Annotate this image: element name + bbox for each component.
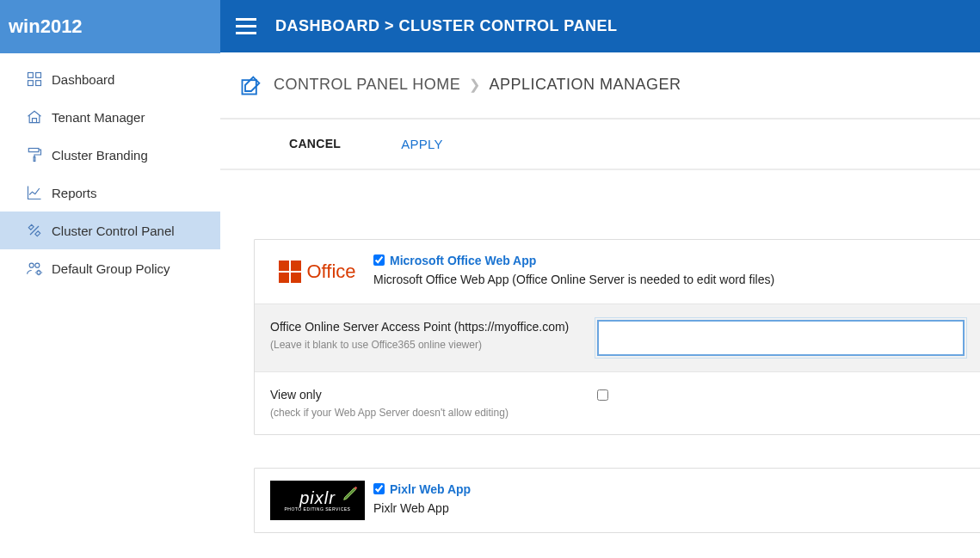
svg-rect-3 <box>36 81 41 86</box>
office-access-sublabel: (Leave it blank to use Office365 online … <box>270 339 597 351</box>
chart-line-icon <box>26 184 43 201</box>
tools-icon <box>26 222 43 239</box>
app-card-pixlr: pixlr PHOTO EDITING SERVICES Pixlr Web A… <box>254 468 980 533</box>
office-description: Microsoft Office Web App (Office Online … <box>373 273 965 286</box>
main-area: DASHBOARD > CLUSTER CONTROL PANEL CONTRO… <box>220 0 980 558</box>
sidebar-item-tenant-manager[interactable]: Tenant Manager <box>0 98 220 136</box>
app-card-office: Office Microsoft Office Web App Microsof… <box>254 239 980 435</box>
office-logo-text: Office <box>306 261 355 283</box>
pixlr-tagline: PHOTO EDITING SERVICES <box>285 506 351 512</box>
action-bar: CANCEL APPLY <box>220 120 980 170</box>
sidebar: win2012 Dashboard Tenant Manager Cluster… <box>0 0 220 558</box>
sidebar-item-label: Tenant Manager <box>52 110 145 125</box>
svg-point-7 <box>35 263 40 267</box>
breadcrumb-home-link[interactable]: CONTROL PANEL HOME <box>274 76 460 94</box>
house-icon <box>26 108 43 126</box>
sidebar-item-label: Cluster Control Panel <box>52 224 175 238</box>
svg-rect-0 <box>28 73 34 78</box>
paint-roller-icon <box>26 146 43 163</box>
chevron-right-icon: ❯ <box>469 77 480 93</box>
pencil-square-icon <box>239 73 263 97</box>
sidebar-item-default-group-policy[interactable]: Default Group Policy <box>0 249 220 287</box>
content-region: Office Microsoft Office Web App Microsof… <box>220 170 980 558</box>
office-logo: Office <box>270 252 365 291</box>
office-viewonly-row: View only (check if your Web App Server … <box>255 371 980 434</box>
sidebar-item-label: Dashboard <box>52 72 114 87</box>
sidebar-item-cluster-branding[interactable]: Cluster Branding <box>0 136 220 174</box>
sidebar-brand: win2012 <box>0 0 220 53</box>
pixlr-title[interactable]: Pixlr Web App <box>390 482 471 496</box>
office-enable-checkbox[interactable] <box>373 254 385 266</box>
breadcrumb-top: DASHBOARD > CLUSTER CONTROL PANEL <box>275 17 617 35</box>
sidebar-nav: Dashboard Tenant Manager Cluster Brandin… <box>0 53 220 287</box>
svg-rect-5 <box>34 157 35 162</box>
breadcrumb-dashboard[interactable]: DASHBOARD <box>275 17 380 34</box>
svg-rect-2 <box>28 81 34 86</box>
pixlr-logo: pixlr PHOTO EDITING SERVICES <box>270 481 365 520</box>
office-access-label: Office Online Server Access Point (https… <box>270 320 569 334</box>
pencil-icon <box>341 484 360 503</box>
topbar: DASHBOARD > CLUSTER CONTROL PANEL <box>220 0 980 52</box>
users-gear-icon <box>26 260 43 277</box>
pixlr-enable-checkbox[interactable] <box>373 483 385 494</box>
svg-rect-1 <box>36 73 41 78</box>
office-viewonly-sublabel: (check if your Web App Server doesn't al… <box>270 407 597 419</box>
hamburger-icon[interactable] <box>236 18 256 34</box>
breadcrumb-sep: > <box>385 17 394 34</box>
sidebar-item-dashboard[interactable]: Dashboard <box>0 60 220 98</box>
sidebar-item-label: Default Group Policy <box>52 261 170 276</box>
pixlr-description: Pixlr Web App <box>373 501 965 515</box>
svg-rect-4 <box>28 149 39 152</box>
sidebar-item-cluster-control-panel[interactable]: Cluster Control Panel <box>0 212 220 249</box>
card-header: Office Microsoft Office Web App Microsof… <box>255 240 980 304</box>
svg-point-6 <box>29 263 34 267</box>
office-viewonly-label: View only <box>270 388 322 402</box>
office-title[interactable]: Microsoft Office Web App <box>390 254 536 267</box>
card-header: pixlr PHOTO EDITING SERVICES Pixlr Web A… <box>255 469 980 532</box>
breadcrumb-page: CLUSTER CONTROL PANEL <box>399 17 618 34</box>
brand-text: win2012 <box>9 15 83 38</box>
pixlr-brand-text: pixlr <box>299 488 336 508</box>
breadcrumb-sub: CONTROL PANEL HOME ❯ APPLICATION MANAGER <box>220 52 980 120</box>
apply-button[interactable]: APPLY <box>401 137 443 151</box>
cancel-button[interactable]: CANCEL <box>289 137 341 150</box>
sidebar-item-reports[interactable]: Reports <box>0 174 220 212</box>
office-access-row: Office Online Server Access Point (https… <box>255 304 980 371</box>
sidebar-item-label: Cluster Branding <box>52 148 148 162</box>
dashboard-icon <box>26 71 43 88</box>
breadcrumb-current: APPLICATION MANAGER <box>489 76 681 94</box>
office-access-input[interactable] <box>597 320 965 356</box>
sidebar-item-label: Reports <box>52 186 97 200</box>
office-viewonly-checkbox[interactable] <box>597 389 608 401</box>
office-squares-icon <box>279 261 301 283</box>
